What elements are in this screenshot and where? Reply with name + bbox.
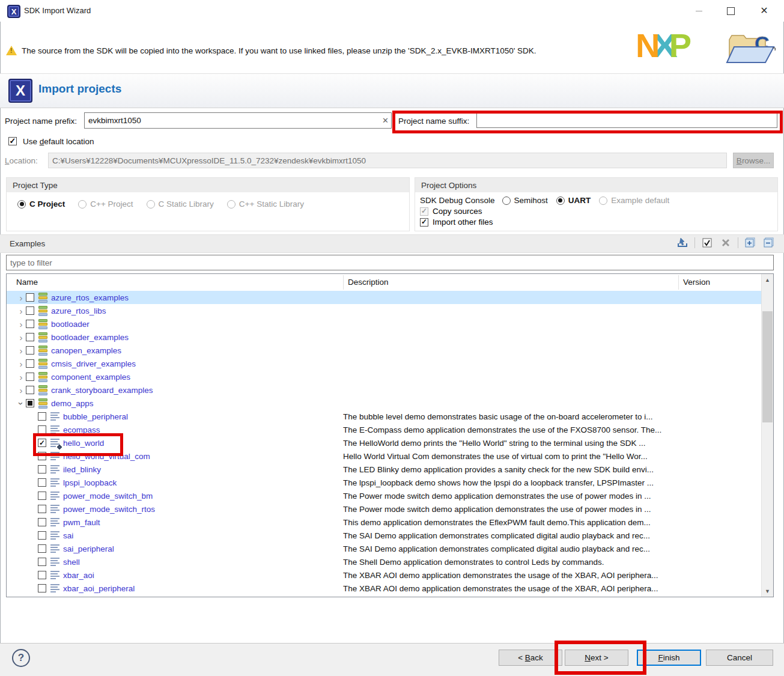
row-checkbox[interactable] bbox=[26, 346, 34, 355]
row-checkbox[interactable] bbox=[38, 478, 46, 487]
tree-row-azure_rtos_examples[interactable]: ›azure_rtos_examples bbox=[7, 291, 762, 304]
row-checkbox[interactable] bbox=[26, 293, 34, 302]
project-type-c-project-radio[interactable]: C Project bbox=[17, 199, 65, 209]
row-checkbox[interactable] bbox=[38, 452, 46, 460]
deselect-all-icon[interactable] bbox=[719, 237, 732, 249]
tree-row-lpspi_loopback[interactable]: lpspi_loopbackThe lpspi_loopback demo sh… bbox=[7, 476, 762, 489]
row-checkbox[interactable] bbox=[26, 306, 34, 315]
tree-row[interactable] bbox=[7, 595, 762, 597]
tree-item-label[interactable]: bootloader bbox=[51, 320, 90, 329]
tree-item-label[interactable]: canopen_examples bbox=[51, 346, 121, 355]
chevron-right-icon[interactable]: › bbox=[16, 386, 26, 395]
back-button[interactable]: < Back bbox=[499, 650, 562, 666]
tree-item-label[interactable]: pwm_fault bbox=[63, 518, 100, 527]
vertical-scrollbar[interactable]: ▲ ▼ bbox=[761, 274, 773, 597]
scroll-up-icon[interactable]: ▲ bbox=[762, 274, 773, 285]
tree-row-bootloader[interactable]: ›bootloader bbox=[7, 317, 762, 330]
project-name-prefix-input[interactable] bbox=[84, 112, 392, 129]
tree-item-label[interactable]: component_examples bbox=[51, 373, 130, 382]
column-header-description[interactable]: Description bbox=[348, 278, 389, 287]
row-checkbox[interactable] bbox=[38, 465, 46, 474]
project-name-suffix-input[interactable] bbox=[476, 113, 777, 128]
chevron-down-icon[interactable]: › bbox=[17, 398, 26, 408]
tree-item-label[interactable]: shell bbox=[63, 558, 80, 567]
row-checkbox[interactable] bbox=[26, 399, 34, 407]
select-all-icon[interactable] bbox=[700, 237, 714, 249]
chevron-right-icon[interactable]: › bbox=[16, 373, 26, 382]
chevron-right-icon[interactable]: › bbox=[16, 293, 26, 302]
row-checkbox[interactable] bbox=[38, 518, 46, 526]
column-header-name[interactable]: Name bbox=[16, 278, 38, 287]
cancel-button[interactable]: Cancel bbox=[706, 650, 773, 666]
tree-row-component_examples[interactable]: ›component_examples bbox=[7, 370, 762, 383]
row-checkbox[interactable]: ✓ bbox=[38, 439, 46, 447]
tree-row-demo_apps[interactable]: ›demo_apps bbox=[7, 397, 762, 410]
row-checkbox[interactable] bbox=[38, 425, 46, 434]
tree-row-crank_storyboard_examples[interactable]: ›crank_storyboard_examples bbox=[7, 383, 762, 397]
import-example-icon[interactable] bbox=[676, 237, 689, 249]
tree-item-label[interactable]: bubble_peripheral bbox=[63, 412, 128, 421]
row-checkbox[interactable] bbox=[38, 505, 46, 513]
chevron-right-icon[interactable]: › bbox=[16, 359, 26, 368]
chevron-right-icon[interactable]: › bbox=[16, 306, 26, 315]
tree-row-cmsis_driver_examples[interactable]: ›cmsis_driver_examples bbox=[7, 357, 762, 370]
tree-item-label[interactable]: hello_world bbox=[63, 439, 104, 448]
minimize-button[interactable] bbox=[685, 0, 713, 22]
tree-row-bootloader_examples[interactable]: ›bootloader_examples bbox=[7, 330, 762, 344]
row-checkbox[interactable] bbox=[26, 320, 34, 328]
chevron-right-icon[interactable]: › bbox=[16, 320, 26, 329]
tree-item-label[interactable]: cmsis_driver_examples bbox=[51, 359, 136, 368]
tree-item-label[interactable]: azure_rtos_libs bbox=[51, 306, 106, 315]
tree-row-hello_world_virtual_com[interactable]: hello_world_virtual_comHello World Virtu… bbox=[7, 449, 762, 463]
chevron-right-icon[interactable]: › bbox=[16, 346, 26, 355]
tree-row-xbar_aoi_peripheral[interactable]: xbar_aoi_peripheralThe XBAR AOI demo app… bbox=[7, 582, 762, 595]
row-checkbox[interactable] bbox=[26, 359, 34, 368]
tree-item-label[interactable]: sai bbox=[63, 531, 73, 540]
maximize-button[interactable] bbox=[717, 0, 744, 22]
tree-item-label[interactable]: xbar_aoi bbox=[63, 571, 94, 580]
collapse-all-icon[interactable] bbox=[762, 237, 776, 249]
tree-row-pwm_fault[interactable]: pwm_faultThis demo application demonstra… bbox=[7, 516, 762, 529]
row-checkbox[interactable] bbox=[38, 492, 46, 500]
tree-item-label[interactable]: iled_blinky bbox=[63, 465, 101, 474]
tree-item-label[interactable]: bootloader_examples bbox=[51, 333, 129, 342]
console-semihost-radio[interactable]: Semihost bbox=[502, 196, 548, 205]
tree-row-bubble_peripheral[interactable]: bubble_peripheralThe bubble level demo d… bbox=[7, 410, 762, 423]
tree-item-label[interactable]: azure_rtos_examples bbox=[51, 293, 129, 302]
tree-row-power_mode_switch_rtos[interactable]: power_mode_switch_rtosThe Power mode swi… bbox=[7, 502, 762, 516]
tree-item-label[interactable]: demo_apps bbox=[51, 399, 94, 408]
row-checkbox[interactable] bbox=[38, 412, 46, 421]
row-checkbox[interactable] bbox=[26, 386, 34, 394]
column-header-version[interactable]: Version bbox=[683, 278, 710, 287]
console-uart-radio[interactable]: UART bbox=[556, 196, 591, 205]
finish-button[interactable]: Finish bbox=[637, 650, 701, 666]
tree-row-iled_blinky[interactable]: iled_blinkyThe LED Blinky demo applicati… bbox=[7, 463, 762, 476]
tree-item-label[interactable]: power_mode_switch_bm bbox=[63, 492, 153, 501]
tree-item-label[interactable]: hello_world_virtual_com bbox=[63, 452, 150, 461]
tree-item-label[interactable]: ecompass bbox=[63, 425, 100, 434]
tree-item-label[interactable]: lpspi_loopback bbox=[63, 478, 117, 487]
row-checkbox[interactable] bbox=[26, 373, 34, 381]
scroll-down-icon[interactable]: ▼ bbox=[762, 585, 773, 597]
row-checkbox[interactable] bbox=[38, 531, 46, 540]
use-default-location-checkbox[interactable]: ✓ bbox=[8, 137, 17, 145]
tree-row-xbar_aoi[interactable]: xbar_aoiThe XBAR AOI demo application de… bbox=[7, 568, 762, 582]
close-button[interactable]: ✕ bbox=[750, 0, 778, 22]
next-button[interactable]: Next > bbox=[565, 650, 628, 666]
tree-row-hello_world[interactable]: ✓hello_worldThe HelloWorld demo prints t… bbox=[7, 436, 762, 449]
tree-row-power_mode_switch_bm[interactable]: power_mode_switch_bmThe Power mode switc… bbox=[7, 489, 762, 502]
scrollbar-thumb[interactable] bbox=[762, 311, 773, 422]
tree-row-ecompass[interactable]: ecompassThe E-Compass demo application d… bbox=[7, 423, 762, 436]
clear-prefix-icon[interactable]: ✕ bbox=[382, 116, 389, 125]
tree-row-azure_rtos_libs[interactable]: ›azure_rtos_libs bbox=[7, 304, 762, 317]
row-checkbox[interactable] bbox=[38, 584, 46, 592]
row-checkbox[interactable] bbox=[38, 571, 46, 579]
chevron-right-icon[interactable]: › bbox=[16, 333, 26, 342]
help-button[interactable]: ? bbox=[12, 649, 30, 667]
tree-row-sai_peripheral[interactable]: sai_peripheralThe SAI Demo application d… bbox=[7, 542, 762, 555]
row-checkbox[interactable] bbox=[38, 558, 46, 566]
filter-input[interactable] bbox=[6, 255, 774, 270]
tree-item-label[interactable]: crank_storyboard_examples bbox=[51, 386, 153, 395]
tree-item-label[interactable]: sai_peripheral bbox=[63, 544, 114, 553]
tree-row-shell[interactable]: shellThe Shell Demo application demonstr… bbox=[7, 555, 762, 568]
